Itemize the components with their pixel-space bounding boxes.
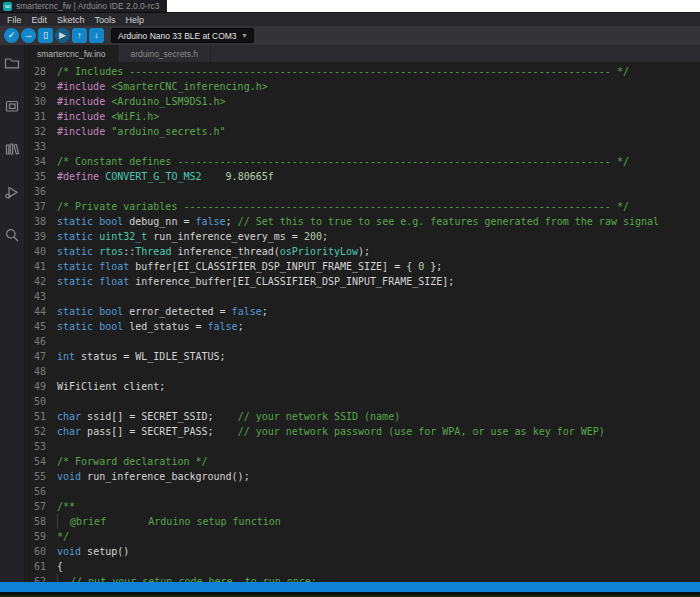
- line-number: 61: [25, 559, 46, 574]
- upload-button[interactable]: →: [21, 28, 36, 43]
- code-line[interactable]: 38static bool debug_nn = false; // Set t…: [25, 214, 700, 229]
- code-line[interactable]: 35#define CONVERT_G_TO_MS2 9.80665f: [25, 169, 700, 184]
- code-token: #include: [57, 126, 111, 137]
- debug-button[interactable]: ▶: [55, 28, 70, 43]
- line-number: 57: [25, 499, 46, 514]
- code-line[interactable]: 40static rtos::Thread inference_thread(o…: [25, 244, 700, 259]
- code-token: static bool: [57, 306, 129, 317]
- code-line[interactable]: 56: [25, 484, 700, 499]
- code-token: };: [424, 261, 442, 272]
- code-line[interactable]: 34/* Constant defines ------------------…: [25, 154, 700, 169]
- code-token: run_inference_background();: [87, 471, 250, 482]
- code-token: static: [57, 231, 99, 242]
- code-line[interactable]: 37/* Private variables -----------------…: [25, 199, 700, 214]
- code-line[interactable]: 42static float inference_buffer[EI_CLASS…: [25, 274, 700, 289]
- code-line[interactable]: 28/* Includes --------------------------…: [25, 64, 700, 79]
- code-line-content: WiFiClient client;: [57, 379, 165, 394]
- code-token: ;: [238, 321, 244, 332]
- board-selector-dropdown[interactable]: Arduino Nano 33 BLE at COM3 ▾: [111, 28, 254, 43]
- sketchbook-icon[interactable]: [4, 55, 20, 71]
- toolbar: ✓→▯▶↑↓ Arduino Nano 33 BLE at COM3 ▾: [0, 26, 700, 45]
- code-line[interactable]: 47int status = WL_IDLE_STATUS;: [25, 349, 700, 364]
- line-number: 38: [25, 214, 46, 229]
- menu-help[interactable]: Help: [122, 15, 149, 25]
- code-line[interactable]: 50: [25, 394, 700, 409]
- tab-arduino_secrets-h[interactable]: arduino_secrets.h: [119, 45, 212, 62]
- new-sketch-icon: ▯: [43, 28, 48, 43]
- line-number: 41: [25, 259, 46, 274]
- code-token: ;: [262, 306, 268, 317]
- boards-manager-icon[interactable]: [4, 98, 20, 114]
- code-line[interactable]: 32#include "arduino_secrets.h": [25, 124, 700, 139]
- code-line[interactable]: 57/**: [25, 499, 700, 514]
- tab-label: arduino_secrets.h: [131, 49, 199, 59]
- line-number: 53: [25, 439, 46, 454]
- code-line[interactable]: 45static bool led_status = false;: [25, 319, 700, 334]
- line-number: 31: [25, 109, 46, 124]
- code-editor[interactable]: 28/* Includes --------------------------…: [25, 62, 700, 582]
- code-token: buffer[EI_CLASSIFIER_DSP_INPUT_FRAME_SIZ…: [135, 261, 418, 272]
- menu-tools[interactable]: Tools: [91, 15, 120, 25]
- line-number: 54: [25, 454, 46, 469]
- code-line[interactable]: 54/* Forward declaration */: [25, 454, 700, 469]
- code-token: [202, 171, 226, 182]
- code-line[interactable]: 59*/: [25, 529, 700, 544]
- verify-button[interactable]: ✓: [4, 28, 19, 43]
- code-line[interactable]: 36: [25, 184, 700, 199]
- code-line[interactable]: 60void setup(): [25, 544, 700, 559]
- code-line[interactable]: 44static bool error_detected = false;: [25, 304, 700, 319]
- code-line[interactable]: 51char ssid[] = SECRET_SSID; // your net…: [25, 409, 700, 424]
- code-token: @brief Arduino setup function: [58, 516, 281, 527]
- code-line[interactable]: 52char pass[] = SECRET_PASS; // your net…: [25, 424, 700, 439]
- panel-resize-bar[interactable]: [0, 582, 700, 592]
- menu-file[interactable]: File: [3, 15, 26, 25]
- menu-edit[interactable]: Edit: [28, 15, 52, 25]
- code-line[interactable]: 48: [25, 364, 700, 379]
- code-line[interactable]: 61{: [25, 559, 700, 574]
- code-line[interactable]: 53: [25, 439, 700, 454]
- code-line[interactable]: 30#include <Arduino_LSM9DS1.h>: [25, 94, 700, 109]
- code-line[interactable]: 49WiFiClient client;: [25, 379, 700, 394]
- code-line[interactable]: 43: [25, 289, 700, 304]
- library-manager-icon[interactable]: [4, 141, 20, 157]
- code-line[interactable]: 33: [25, 139, 700, 154]
- code-token: /* Constant defines --------------------…: [57, 156, 629, 167]
- code-line[interactable]: 29#include <SmarterCNC_inferencing.h>: [25, 79, 700, 94]
- code-token: char: [57, 411, 87, 422]
- code-line[interactable]: 41static float buffer[EI_CLASSIFIER_DSP_…: [25, 259, 700, 274]
- debugger-icon[interactable]: [4, 184, 20, 200]
- code-line[interactable]: 39static uint32_t run_inference_every_ms…: [25, 229, 700, 244]
- code-line[interactable]: 31#include <WiFi.h>: [25, 109, 700, 124]
- export-binary-icon: ↑: [77, 28, 82, 43]
- code-token: inference_thread(: [171, 246, 279, 257]
- import-button[interactable]: ↓: [89, 28, 104, 43]
- line-number: 48: [25, 364, 46, 379]
- tab-smartercnc_fw-ino[interactable]: smartercnc_fw.ino: [25, 45, 119, 62]
- code-token: status = WL_IDLE_STATUS;: [81, 351, 226, 362]
- code-token: static float: [57, 276, 135, 287]
- menu-sketch[interactable]: Sketch: [53, 15, 89, 25]
- code-token: 200: [304, 231, 322, 242]
- code-token: // Set this to true to see e.g. features…: [238, 216, 659, 227]
- line-number: 30: [25, 94, 46, 109]
- search-icon[interactable]: [4, 227, 20, 243]
- code-line-content: static bool led_status = false;: [57, 319, 244, 334]
- toolbar-buttons: ✓→▯▶↑↓: [4, 28, 106, 43]
- code-line[interactable]: 58 @brief Arduino setup function: [25, 514, 700, 529]
- code-line-content: // put your setup code here, to run once…: [57, 574, 317, 582]
- code-token: // your network SSID (name): [238, 411, 401, 422]
- code-line[interactable]: 46: [25, 334, 700, 349]
- code-token: char: [57, 426, 87, 437]
- code-line[interactable]: 55void run_inference_background();: [25, 469, 700, 484]
- code-line[interactable]: 62 // put your setup code here, to run o…: [25, 574, 700, 582]
- upload-icon: →: [24, 28, 33, 43]
- new-sketch-button[interactable]: ▯: [38, 28, 53, 43]
- code-token: <Arduino_LSM9DS1.h>: [111, 96, 225, 107]
- code-token: false: [208, 321, 238, 332]
- main-row: smartercnc_fw.inoarduino_secrets.h 28/* …: [0, 45, 700, 582]
- export-binary-button[interactable]: ↑: [72, 28, 87, 43]
- code-token: #include: [57, 111, 111, 122]
- code-token: 9.80665f: [226, 171, 274, 182]
- code-token: CONVERT_G_TO_MS2: [105, 171, 201, 182]
- line-number: 42: [25, 274, 46, 289]
